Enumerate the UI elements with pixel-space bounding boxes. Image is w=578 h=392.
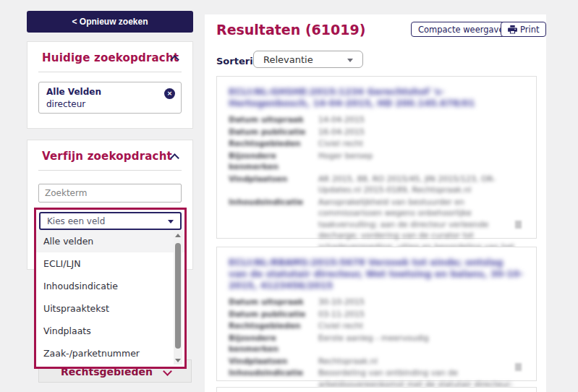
- result-row-value: Hoger beroep: [318, 150, 524, 173]
- result-row: Rechtsgebieden Civiel recht: [229, 320, 524, 332]
- result-row-value: 14-04-2015: [318, 114, 524, 126]
- result-row-value: 03-11-2015: [318, 309, 524, 320]
- result-row: Datum uitspraak 14-04-2015: [229, 114, 524, 126]
- new-search-button[interactable]: < Opnieuw zoeken: [27, 11, 193, 33]
- result-row: Rechtsgebieden Civiel recht: [229, 138, 524, 150]
- term-value-label: directeur: [46, 99, 85, 109]
- sort-select-value: Relevantie: [263, 54, 313, 65]
- result-row: Vindplaatsen AR 2015, 88, RO 2015/45, JI…: [229, 174, 524, 196]
- field-option-alle-velden[interactable]: Alle velden: [36, 230, 184, 252]
- chevron-down-icon: [168, 220, 174, 223]
- divider: [38, 170, 182, 171]
- field-option-inhoudsindicatie[interactable]: Inhoudsindicatie: [36, 275, 184, 297]
- field-option-uitspraaktekst[interactable]: Uitspraaktekst: [36, 297, 184, 320]
- dropdown-scrollbar[interactable]: [174, 231, 182, 365]
- result-row-label: Datum publicatie: [229, 309, 318, 320]
- result-row-label: Vindplaatsen: [229, 174, 318, 196]
- bookmark-icon[interactable]: [515, 221, 522, 229]
- printer-icon: [508, 25, 517, 34]
- result-row: Datum uitspraak 30-10-2015: [229, 297, 524, 308]
- results-title: Resultaten (61019): [216, 22, 365, 38]
- result-title-link[interactable]: ECLI:NL:GHSHE:2015:1234 Gerechtshof 's-H…: [229, 86, 524, 109]
- field-option-list: Alle velden ECLI/LJN Inhoudsindicatie Ui…: [36, 230, 184, 367]
- search-results-page: < Opnieuw zoeken Huidige zoekopdracht Al…: [0, 0, 578, 392]
- result-row-value: Civiel recht: [318, 320, 524, 332]
- field-option-vindplaats[interactable]: Vindplaats: [36, 320, 184, 342]
- result-card: ECLI:NL:GHSHE:2015:1234 Gerechtshof 's-H…: [216, 76, 537, 239]
- bookmark-icon[interactable]: [515, 363, 522, 371]
- result-row: Vindplaatsen Rechtspraak.nl: [229, 356, 524, 367]
- results-panel: Resultaten (61019) Compacte weergave Pri…: [205, 14, 546, 392]
- result-title-link[interactable]: ECLI:NL:RBAMS:2015:5678 Verzoek tot eind…: [229, 257, 524, 291]
- scroll-down-icon[interactable]: [175, 359, 181, 362]
- result-row-label: Bijzondere kenmerken: [229, 333, 318, 355]
- search-term-input[interactable]: [38, 184, 182, 203]
- result-row-label: Vindplaatsen: [229, 356, 318, 367]
- result-row-value: AR 2015, 88, RO 2015/45, JIN 2015/123, O…: [318, 174, 524, 196]
- refine-search-header[interactable]: Verfijn zoekopdracht: [27, 140, 192, 169]
- result-row-value: 16-04-2015: [318, 127, 524, 138]
- result-card-partial: [216, 387, 537, 392]
- result-row-value: 30-10-2015: [318, 297, 524, 308]
- field-select[interactable]: Kies een veld: [39, 212, 182, 230]
- result-row-label: Datum publicatie: [229, 127, 318, 138]
- current-search-panel: Huidige zoekopdracht Alle Velden directe…: [27, 41, 193, 129]
- result-row-label: Rechtsgebieden: [229, 138, 318, 150]
- scrollbar-thumb[interactable]: [175, 243, 181, 349]
- result-row-label: Datum uitspraak: [229, 114, 318, 126]
- compact-view-label: Compacte weergave: [418, 25, 504, 35]
- sort-select[interactable]: Relevantie: [253, 51, 363, 68]
- result-row: Bijzondere kenmerken Hoger beroep: [229, 150, 524, 173]
- field-option-ecli-ljn[interactable]: ECLI/LJN: [36, 252, 184, 275]
- result-row-label: Rechtsgebieden: [229, 320, 318, 332]
- compact-view-button[interactable]: Compacte weergave: [411, 22, 511, 37]
- result-row-value: Civiel recht: [318, 138, 524, 150]
- result-row-value: Rechtspraak.nl: [318, 356, 524, 367]
- result-row: Datum publicatie 16-04-2015: [229, 127, 524, 138]
- result-row-value: Eerste aanleg - meervoudig: [318, 333, 524, 355]
- chevron-down-icon: [347, 59, 353, 62]
- field-option-zaak-parketnummer[interactable]: Zaak-/parketnummer: [36, 342, 184, 365]
- current-search-header[interactable]: Huidige zoekopdracht: [27, 42, 192, 71]
- refine-search-title: Verfijn zoekopdracht: [42, 150, 172, 163]
- print-label: Print: [520, 25, 539, 35]
- field-dropdown-highlight: Kies een veld Alle velden ECLI/LJN Inhou…: [34, 208, 187, 369]
- term-field-label: Alle Velden: [46, 87, 101, 97]
- divider: [38, 72, 182, 72]
- current-search-title: Huidige zoekopdracht: [42, 51, 179, 64]
- print-button[interactable]: Print: [501, 22, 546, 37]
- remove-term-icon[interactable]: ×: [164, 88, 175, 99]
- scroll-up-icon[interactable]: [175, 234, 181, 237]
- result-row-label: Datum uitspraak: [229, 297, 318, 308]
- result-row-label: Bijzondere kenmerken: [229, 150, 318, 173]
- result-row: Bijzondere kenmerken Eerste aanleg - mee…: [229, 333, 524, 355]
- result-row: Datum publicatie 03-11-2015: [229, 309, 524, 320]
- search-term-chip: Alle Velden directeur ×: [38, 82, 182, 114]
- result-card: ECLI:NL:RBAMS:2015:5678 Verzoek tot eind…: [216, 247, 537, 381]
- field-select-value: Kies een veld: [47, 216, 105, 226]
